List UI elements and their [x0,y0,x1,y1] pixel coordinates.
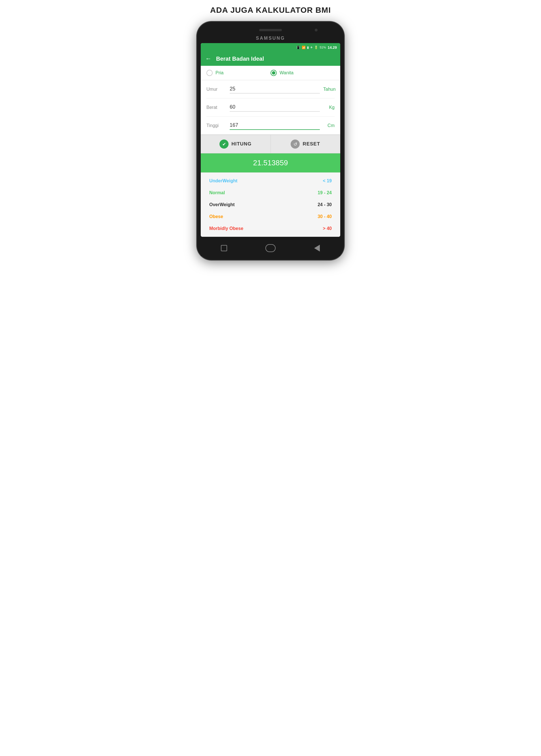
category-morbidly: Morbidly Obese > 40 [201,223,340,235]
nav-home-button[interactable] [266,243,275,253]
pria-label: Pria [216,70,224,75]
nav-back-button[interactable] [312,243,322,253]
hitung-button[interactable]: ✔ HITUNG [201,135,271,153]
phone-top-bar [201,26,340,35]
tinggi-unit: Cm [323,123,334,128]
status-icons: 📳 📶 ▮ ✈ 🔋 51% [296,46,326,49]
umur-unit: Tahun [323,87,334,92]
wifi-icon: 📶 [302,46,306,49]
overweight-range: 24 - 30 [317,202,332,207]
phone-bottom-bar [201,239,340,256]
wanita-label: Wanita [279,70,293,75]
vibrate-icon: 📳 [296,46,300,49]
reset-icon: ↺ [290,140,300,149]
radio-wanita-inner [272,71,275,75]
berat-unit: Kg [323,105,334,110]
radio-wanita[interactable] [270,70,277,76]
gender-pria[interactable]: Pria [207,70,270,76]
app-header: ← Berat Badan Ideal [201,52,340,66]
morbidly-label: Morbidly Obese [209,226,243,231]
normal-label: Normal [209,190,225,195]
page-title: ADA JUGA KALKULATOR BMI [210,6,331,15]
tinggi-input-wrapper [230,121,320,130]
battery-percent: 51% [319,46,326,49]
gender-row: Pria Wanita [201,66,340,80]
form-section: Umur Tahun Berat Kg Tinggi [201,80,340,134]
phone-brand: SAMSUNG [201,35,340,43]
categories-section: UnderWeight < 19 Normal 19 - 24 OverWeig… [201,173,340,237]
berat-input[interactable] [230,103,320,112]
phone-speaker [259,29,282,31]
recent-icon [221,245,227,251]
buttons-row: ✔ HITUNG ↺ RESET [201,135,340,153]
gender-wanita[interactable]: Wanita [270,70,334,76]
category-normal: Normal 19 - 24 [201,187,340,199]
category-overweight: OverWeight 24 - 30 [201,199,340,211]
hitung-icon: ✔ [220,140,229,149]
obese-label: Obese [209,214,223,219]
umur-row: Umur Tahun [207,80,334,98]
berat-row: Berat Kg [207,98,334,117]
underweight-range: < 19 [323,178,332,184]
back-icon [314,245,320,252]
status-bar: 📳 📶 ▮ ✈ 🔋 51% 14.29 [201,43,340,52]
phone-camera [315,29,317,31]
back-button[interactable]: ← [205,55,212,62]
obese-range: 30 - 40 [317,214,332,219]
header-title: Berat Badan Ideal [216,56,264,62]
category-underweight: UnderWeight < 19 [201,175,340,187]
tinggi-input[interactable] [230,121,320,130]
home-icon [266,244,275,252]
phone-device: SAMSUNG 📳 📶 ▮ ✈ 🔋 51% 14.29 ← Berat Bada… [197,22,344,260]
result-value: 21.513859 [253,159,288,167]
tinggi-label: Tinggi [207,123,226,128]
normal-range: 19 - 24 [317,190,332,195]
umur-input[interactable] [230,85,320,94]
reset-button[interactable]: ↺ RESET [271,135,340,153]
umur-input-wrapper [230,85,320,94]
nav-recent-button[interactable] [219,243,229,253]
berat-label: Berat [207,105,226,110]
tinggi-row: Tinggi Cm [207,117,334,134]
status-time: 14.29 [327,45,337,50]
signal-icon: ▮ [307,46,309,49]
page-wrapper: ADA JUGA KALKULATOR BMI SAMSUNG 📳 📶 ▮ ✈ … [186,6,355,260]
phone-screen: 📳 📶 ▮ ✈ 🔋 51% 14.29 ← Berat Badan Ideal [201,43,340,237]
morbidly-range: > 40 [323,226,332,231]
umur-label: Umur [207,87,226,92]
battery-icon: 🔋 [314,46,318,49]
berat-input-wrapper [230,103,320,112]
category-obese: Obese 30 - 40 [201,211,340,223]
reset-label: RESET [302,141,320,147]
radio-pria[interactable] [207,70,213,76]
hitung-label: HITUNG [232,141,252,147]
result-bar: 21.513859 [201,153,340,172]
overweight-label: OverWeight [209,202,235,207]
underweight-label: UnderWeight [209,178,237,184]
airplane-icon: ✈ [310,46,313,49]
